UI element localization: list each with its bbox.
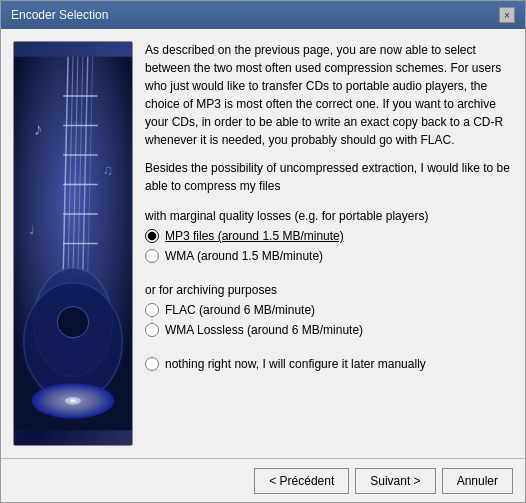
radio-nothing-option[interactable]: nothing right now, I will configure it l… <box>145 357 513 371</box>
radio-mp3-label: MP3 files (around 1.5 MB/minute) <box>165 229 344 243</box>
footer: < Précédent Suivant > Annuler <box>1 458 525 502</box>
guitar-image: ♪ ♫ ♩ <box>14 42 132 445</box>
svg-point-15 <box>57 306 88 337</box>
cancel-button[interactable]: Annuler <box>442 468 513 494</box>
archiving-section: or for archiving purposes FLAC (around 6… <box>145 283 513 343</box>
radio-wma-lossless-option[interactable]: WMA Lossless (around 6 MB/minute) <box>145 323 513 337</box>
image-decoration: ♪ ♫ ♩ <box>14 42 132 445</box>
description-paragraph2: Besides the possibility of uncompressed … <box>145 159 513 195</box>
radio-nothing[interactable] <box>145 357 159 371</box>
radio-flac-label: FLAC (around 6 MB/minute) <box>165 303 315 317</box>
back-button[interactable]: < Précédent <box>254 468 349 494</box>
marginal-section: with marginal quality losses (e.g. for p… <box>145 209 513 269</box>
dialog: Encoder Selection × <box>0 0 526 503</box>
image-panel: ♪ ♫ ♩ <box>13 41 133 446</box>
radio-wma[interactable] <box>145 249 159 263</box>
radio-wma-label: WMA (around 1.5 MB/minute) <box>165 249 323 263</box>
svg-text:♩: ♩ <box>29 223 35 237</box>
radio-nothing-label: nothing right now, I will configure it l… <box>165 357 426 371</box>
svg-text:♫: ♫ <box>103 163 113 178</box>
radio-mp3[interactable] <box>145 229 159 243</box>
next-button[interactable]: Suivant > <box>355 468 435 494</box>
svg-point-18 <box>70 399 76 402</box>
radio-flac[interactable] <box>145 303 159 317</box>
radio-wma-lossless[interactable] <box>145 323 159 337</box>
svg-text:♪: ♪ <box>34 119 43 139</box>
radio-flac-option[interactable]: FLAC (around 6 MB/minute) <box>145 303 513 317</box>
marginal-section-label: with marginal quality losses (e.g. for p… <box>145 209 513 223</box>
close-icon: × <box>504 10 510 21</box>
close-button[interactable]: × <box>499 7 515 23</box>
radio-mp3-option[interactable]: MP3 files (around 1.5 MB/minute) <box>145 229 513 243</box>
archiving-section-label: or for archiving purposes <box>145 283 513 297</box>
title-bar: Encoder Selection × <box>1 1 525 29</box>
description-paragraph1: As described on the previous page, you a… <box>145 41 513 149</box>
dialog-title: Encoder Selection <box>11 8 108 22</box>
text-panel: As described on the previous page, you a… <box>145 41 513 446</box>
content-area: ♪ ♫ ♩ As described on the previous page,… <box>1 29 525 458</box>
radio-wma-lossless-label: WMA Lossless (around 6 MB/minute) <box>165 323 363 337</box>
radio-wma-option[interactable]: WMA (around 1.5 MB/minute) <box>145 249 513 263</box>
